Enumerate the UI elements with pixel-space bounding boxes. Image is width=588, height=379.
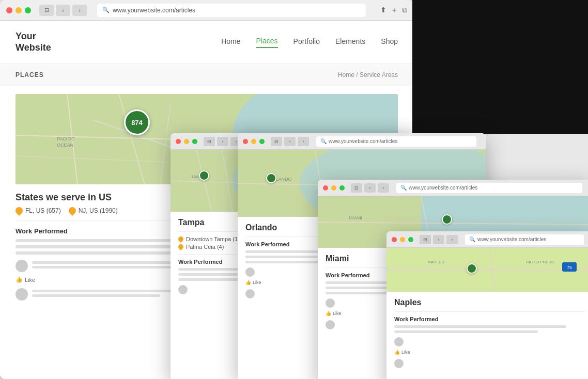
tampa-map-pin [199,170,209,181]
thumb-icon-1: 👍 [16,276,23,283]
nav-portfolio[interactable]: Portfolio [293,37,320,48]
fl-tag: FL, US (657) [16,207,61,214]
orlando-minimize[interactable] [251,139,256,144]
naples-like-btn[interactable]: 👍 Like [394,350,585,355]
naples-line-2 [394,330,538,333]
naples-avatar [394,337,404,346]
tampa-pin-1 [177,235,184,243]
miami-thumb-icon: 👍 [326,311,331,316]
naples-cl-2 [407,342,469,344]
naples-close[interactable] [392,237,397,242]
miami-back[interactable]: ‹ [364,183,376,193]
windows-icon[interactable]: ⧉ [402,6,407,15]
nav-controls: ⊟ ‹ › [39,5,87,16]
naples-maximize[interactable] [408,237,413,242]
orlando-url: www.yourwebsite.com/articles [329,138,397,144]
naples-sidebar[interactable]: ⊟ [420,235,431,244]
miami-forward[interactable]: › [378,183,389,193]
naples-avatar-2 [394,359,404,368]
naples-map: 75 NAPLES BIG CYPRESS [386,248,588,292]
orlando-address-bar[interactable]: 🔍 www.yourwebsite.com/articles [316,136,476,147]
tampa-pin-2 [177,243,184,250]
miami-avatar-2 [326,320,335,329]
nav-home[interactable]: Home [221,37,240,48]
page-title: PLACES [16,71,44,78]
naples-comment-row [394,337,585,346]
main-titlebar: ⊟ ‹ › 🔍 www.yourwebsite.com/articles ⬆ ＋… [0,0,413,21]
naples-minimize[interactable] [400,237,405,242]
svg-text:MIAMI: MIAMI [349,215,362,220]
naples-back[interactable]: ‹ [433,235,444,244]
miami-url: www.yourwebsite.com/articles [409,185,477,191]
naples-text-lines [394,325,585,333]
address-bar[interactable]: 🔍 www.yourwebsite.com/articles [97,4,366,17]
orlando-traffic-lights [243,139,265,144]
naples-forward[interactable]: › [446,235,458,244]
newtab-icon[interactable]: ＋ [391,6,398,15]
back-button[interactable]: ‹ [56,5,70,16]
orlando-map-pin [266,173,276,183]
close-button[interactable] [6,7,12,13]
miami-map-pin [442,214,452,225]
cline-2 [32,266,178,269]
naples-map-pin [467,263,477,274]
tampa-loc-label-2: Palma Ceia (4) [186,244,224,250]
tampa-controls: ⊟ ‹ › [204,137,242,146]
naples-cl-3 [407,362,514,365]
naples-like-label: Like [401,350,410,355]
black-overlay [412,0,588,134]
orlando-search-icon: 🔍 [320,138,327,144]
like-label-1: Like [25,277,35,283]
miami-minimize[interactable] [331,185,336,191]
avatar-1 [16,260,28,272]
naples-titlebar: ⊟ ‹ › 🔍 www.yourwebsite.com/articles [386,231,588,248]
cline-4 [32,294,160,297]
miami-like-label: Like [333,311,342,316]
miami-titlebar: ⊟ ‹ › 🔍 www.yourwebsite.com/articles [318,180,588,196]
maximize-button[interactable] [25,7,31,13]
minimize-button[interactable] [16,7,22,13]
nav-links: Home Places Portfolio Elements Shop [221,37,398,48]
url-text: www.yourwebsite.com/articles [113,7,195,14]
miami-address-bar[interactable]: 🔍 www.yourwebsite.com/articles [396,183,582,193]
naples-body: Naples Work Performed 👍 Like [386,292,588,379]
naples-content: 75 NAPLES BIG CYPRESS Naples Work Perfor… [386,248,588,379]
tampa-maximize[interactable] [192,139,197,144]
orlando-sidebar[interactable]: ⊟ [271,137,282,146]
orlando-like-label: Like [253,280,261,285]
naples-line-1 [394,325,566,328]
map-pin-874[interactable]: 874 [124,109,150,135]
naples-work-label: Work Performed [394,316,585,322]
orlando-maximize[interactable] [259,139,265,144]
traffic-lights [6,7,31,13]
orlando-titlebar: ⊟ ‹ › 🔍 www.yourwebsite.com/articles [238,133,486,150]
tampa-minimize[interactable] [184,139,189,144]
miami-traffic-lights [323,185,345,191]
nj-label: NJ, US (1990) [79,207,118,214]
naples-browser-window: ⊟ ‹ › 🔍 www.yourwebsite.com/articles 75 … [386,231,588,379]
orlando-back[interactable]: ‹ [284,137,296,146]
orlando-close[interactable] [243,139,248,144]
sidebar-toggle[interactable]: ⊟ [39,5,54,16]
nav-places[interactable]: Places [256,37,278,48]
tampa-sidebar[interactable]: ⊟ [204,137,215,146]
miami-controls: ⊟ ‹ › [351,183,389,193]
nav-elements[interactable]: Elements [335,37,365,48]
miami-sidebar[interactable]: ⊟ [351,183,362,193]
miami-maximize[interactable] [339,185,345,191]
miami-close[interactable] [323,185,328,191]
nj-tag: NJ, US (1990) [69,207,118,214]
orlando-forward[interactable]: › [298,137,309,146]
forward-button[interactable]: › [72,5,87,16]
svg-text:OCEAN: OCEAN [57,143,73,148]
browser-actions: ⬆ ＋ ⧉ [380,6,407,15]
tampa-close[interactable] [176,139,181,144]
share-icon[interactable]: ⬆ [380,6,386,15]
naples-address-bar[interactable]: 🔍 www.yourwebsite.com/articles [465,234,584,245]
fl-label: FL, US (657) [25,207,61,214]
tampa-back[interactable]: ‹ [217,137,228,146]
naples-city-title: Naples [394,298,585,307]
nav-shop[interactable]: Shop [381,37,398,48]
naples-url: www.yourwebsite.com/articles [477,236,546,242]
orlando-avatar [245,267,255,277]
